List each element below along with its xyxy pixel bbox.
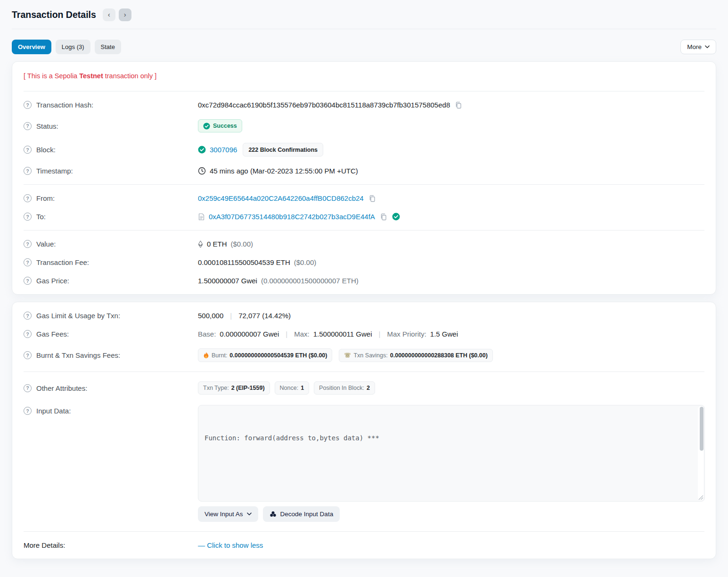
copy-to-button[interactable]	[379, 213, 388, 221]
separator: |	[376, 330, 384, 338]
help-icon[interactable]: ?	[24, 240, 32, 248]
other-attributes-row: ? Other Attributes: Txn Type: 2 (EIP-155…	[24, 376, 704, 400]
decode-input-data-label: Decode Input Data	[280, 511, 334, 518]
more-details-label: More Details:	[24, 541, 65, 549]
txn-savings-label: Txn Savings:	[353, 352, 387, 359]
input-data-box[interactable]: Function: forward(address to,bytes data)…	[198, 405, 705, 502]
help-icon[interactable]: ?	[24, 194, 32, 202]
input-data-line: Function: forward(address to,bytes data)…	[204, 432, 692, 444]
burnt-label: Burnt:	[212, 352, 227, 359]
tab-logs[interactable]: Logs (3)	[56, 40, 90, 54]
more-dropdown-button[interactable]: More	[680, 40, 716, 54]
burnt-badge: Burnt: 0.000000000000504539 ETH ($0.00)	[198, 348, 332, 362]
status-label: Status:	[36, 122, 58, 130]
chevron-down-icon	[247, 512, 252, 516]
burnt-savings-row: ? Burnt & Txn Savings Fees: Burnt: 0.000…	[24, 343, 704, 367]
value-row: ? Value: 0 ETH ($0.00)	[24, 235, 704, 253]
separator: |	[227, 312, 235, 320]
transaction-fee-label: Transaction Fee:	[36, 258, 89, 266]
to-address-link[interactable]: 0xA3f07D6773514480b918C2742b027b3acD9E44…	[209, 213, 375, 221]
gas-fees-row: ? Gas Fees: Base: 0.000000007 Gwei | Max…	[24, 325, 704, 343]
copy-icon	[368, 195, 376, 202]
next-txn-button[interactable]: ›	[119, 8, 131, 21]
timestamp-row: ? Timestamp: 45 mins ago (Mar-02-2023 12…	[24, 162, 704, 180]
nonce-badge: Nonce: 1	[275, 381, 310, 395]
help-icon[interactable]: ?	[24, 312, 32, 320]
help-icon[interactable]: ?	[24, 351, 32, 359]
previous-txn-button[interactable]: ‹	[103, 8, 115, 21]
status-row: ? Status: Success	[24, 114, 704, 138]
help-icon[interactable]: ?	[24, 213, 32, 221]
position-badge: Position In Block: 2	[314, 381, 375, 395]
gas-price-label: Gas Price:	[36, 277, 69, 285]
input-data-row: ? Input Data: Function: forward(address …	[24, 400, 704, 527]
copy-icon	[455, 101, 462, 109]
burnt-savings-label: Burnt & Txn Savings Fees:	[36, 351, 120, 359]
fire-icon	[203, 352, 209, 359]
divider	[24, 184, 704, 185]
divider	[24, 371, 704, 372]
position-label: Position In Block:	[319, 385, 364, 391]
details-card: ? Gas Limit & Usage by Txn: 500,000 | 72…	[12, 302, 716, 559]
view-input-as-button[interactable]: View Input As	[198, 506, 258, 522]
help-icon[interactable]: ?	[24, 167, 32, 175]
verified-check-icon	[392, 213, 400, 221]
status-badge: Success	[198, 119, 242, 132]
input-data-label: Input Data:	[36, 407, 71, 415]
value-amount: 0 ETH	[207, 240, 227, 248]
more-label: More	[687, 43, 702, 50]
value-label: Value:	[36, 240, 56, 248]
block-number-link[interactable]: 3007096	[210, 146, 237, 154]
help-icon[interactable]: ?	[24, 101, 32, 109]
copy-icon	[380, 213, 387, 221]
tab-overview[interactable]: Overview	[12, 40, 51, 54]
help-icon[interactable]: ?	[24, 122, 32, 130]
base-fee-label: Base:	[198, 330, 216, 338]
nonce-value: 1	[301, 385, 304, 391]
page-title: Transaction Details	[12, 9, 96, 20]
max-priority-label: Max Priority:	[387, 330, 426, 338]
more-details-row: More Details: — Click to show less	[24, 536, 704, 554]
gas-limit-label: Gas Limit & Usage by Txn:	[36, 312, 120, 320]
transaction-fee-amount: 0.000108115500504539 ETH	[198, 258, 290, 266]
max-fee-label: Max:	[294, 330, 310, 338]
scrollbar-thumb[interactable]	[700, 407, 703, 451]
testnet-notice: [ This is a Sepolia Testnet transaction …	[24, 66, 704, 87]
view-input-as-label: View Input As	[204, 511, 243, 518]
resize-grip[interactable]	[698, 495, 703, 500]
header-divider	[12, 29, 716, 29]
position-value: 2	[367, 385, 370, 391]
copy-from-button[interactable]	[368, 195, 377, 202]
to-row: ? To: 0xA3f07D6773514480b918C2742b027b3a…	[24, 207, 704, 226]
show-less-link[interactable]: — Click to show less	[198, 541, 263, 549]
copy-hash-button[interactable]	[454, 101, 463, 109]
other-attributes-label: Other Attributes:	[36, 384, 87, 392]
txn-savings-badge: Txn Savings: 0.000000000000288308 ETH ($…	[339, 349, 492, 362]
gas-limit-row: ? Gas Limit & Usage by Txn: 500,000 | 72…	[24, 306, 704, 325]
chevron-right-icon: ›	[124, 11, 126, 18]
decode-input-data-button[interactable]: Decode Input Data	[263, 506, 340, 522]
gas-price-eth: (0.000000001500000007 ETH)	[261, 277, 359, 285]
tab-bar: Overview Logs (3) State More	[12, 40, 716, 54]
help-icon[interactable]: ?	[24, 258, 32, 266]
help-icon[interactable]: ?	[24, 407, 32, 415]
clock-icon	[198, 167, 206, 175]
to-label: To:	[36, 213, 46, 221]
page-header: Transaction Details ‹ ›	[12, 8, 716, 21]
burnt-value: 0.000000000000504539 ETH ($0.00)	[229, 352, 327, 359]
help-icon[interactable]: ?	[24, 277, 32, 285]
txn-savings-value: 0.000000000000288308 ETH ($0.00)	[390, 352, 488, 359]
block-row: ? Block: 3007096 222 Block Confirmations	[24, 138, 704, 162]
txn-type-badge: Txn Type: 2 (EIP-1559)	[198, 381, 270, 395]
help-icon[interactable]: ?	[24, 330, 32, 338]
tab-state[interactable]: State	[95, 40, 121, 54]
help-icon[interactable]: ?	[24, 146, 32, 154]
block-label: Block:	[36, 146, 56, 154]
help-icon[interactable]: ?	[24, 384, 32, 392]
chevron-down-icon	[705, 45, 710, 49]
contract-file-icon	[198, 213, 205, 221]
overview-card: [ This is a Sepolia Testnet transaction …	[12, 61, 716, 295]
divider	[24, 91, 704, 91]
gas-limit-value: 500,000	[198, 312, 223, 320]
from-address-link[interactable]: 0x259c49E65644a020C2A642260a4ffB0CD862cb…	[198, 194, 364, 202]
